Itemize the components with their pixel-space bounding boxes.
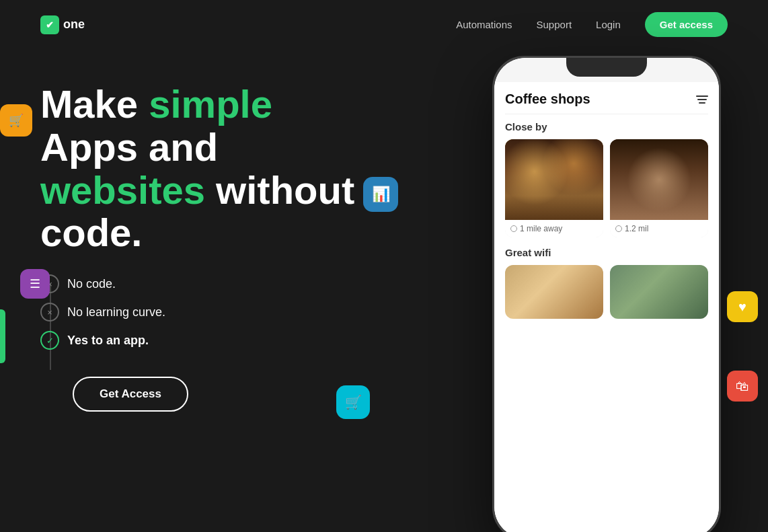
float-blue-chart-icon: 📊 (363, 177, 398, 212)
wifi-card-2 (610, 265, 708, 319)
close-by-label: Close by (505, 121, 708, 132)
wifi-card-1 (505, 265, 603, 319)
phone-content: Coffee shops Close by 1 mile away (494, 82, 719, 532)
wifi-image-2 (610, 265, 708, 319)
hero-title-websites: websites (40, 168, 205, 212)
wifi-card-grid (505, 265, 708, 319)
nav-get-access-button[interactable]: Get access (645, 12, 728, 37)
great-wifi-label: Great wifi (505, 247, 708, 258)
checklist-line (50, 284, 51, 370)
phone-frame: Coffee shops Close by 1 mile away (492, 56, 721, 532)
cafe-image-1 (505, 139, 603, 220)
hero-title-simple: simple (149, 82, 272, 126)
checklist-text-1: No code. (67, 277, 116, 291)
location-icon-1 (510, 225, 517, 232)
checklist: × No code. × No learning curve. ✓ Yes to… (40, 274, 417, 350)
float-green-side-bar (0, 309, 5, 363)
checklist-item-nocode: × No code. (40, 274, 417, 293)
nav-links: Automations Support Login Get access (456, 12, 728, 37)
checklist-item-nolearning: × No learning curve. (40, 303, 417, 321)
cafe-image-2 (610, 139, 708, 220)
coffee-card-1: 1 mile away (505, 139, 603, 237)
logo-text: one (63, 17, 85, 32)
float-red-bag-icon: 🛍 (727, 371, 758, 402)
phone-notch (566, 58, 647, 77)
get-access-button[interactable]: Get Access (73, 377, 188, 412)
float-purple-icon: ☰ (20, 269, 50, 299)
location-icon-2 (615, 225, 622, 232)
phone-mockup: Coffee shops Close by 1 mile away (465, 56, 748, 532)
cross-icon-2: × (40, 303, 59, 321)
nav-support[interactable]: Support (537, 19, 572, 30)
checklist-text-3: Yes to an app. (67, 334, 149, 348)
checklist-wrap: × No code. × No learning curve. ✓ Yes to… (40, 274, 417, 350)
tick-icon: ✓ (40, 331, 59, 350)
distance-1: 1 mile away (520, 224, 562, 233)
nav-login[interactable]: Login (596, 19, 621, 30)
checklist-text-2: No learning curve. (67, 305, 165, 319)
filter-icon[interactable] (696, 96, 708, 104)
float-orange-icon: 🛒 (0, 104, 32, 137)
hero-left: Make simple Apps and websites without co… (40, 63, 417, 412)
coffee-card-2: 1.2 mil (610, 139, 708, 237)
navbar: ✔ one Automations Support Login Get acce… (0, 0, 768, 49)
logo: ✔ one (40, 15, 85, 34)
phone-header: Coffee shops (505, 82, 708, 114)
card-meta-1: 1 mile away (505, 220, 603, 237)
distance-2: 1.2 mil (625, 224, 648, 233)
card-meta-2: 1.2 mil (610, 220, 708, 237)
phone-screen: Coffee shops Close by 1 mile away (494, 58, 719, 532)
nav-automations[interactable]: Automations (456, 19, 512, 30)
logo-icon: ✔ (40, 15, 59, 34)
wifi-image-1 (505, 265, 603, 319)
checklist-item-yesapp: ✓ Yes to an app. (40, 331, 417, 350)
float-yellow-heart-icon: ♥ (727, 291, 758, 322)
float-teal-cart-icon: 🛒 (336, 385, 370, 419)
phone-screen-title: Coffee shops (505, 91, 590, 107)
hero-title: Make simple Apps and websites without co… (40, 83, 417, 254)
hero-section: Make simple Apps and websites without co… (0, 49, 768, 412)
card-grid-closeby: 1 mile away 1.2 mil (505, 139, 708, 237)
